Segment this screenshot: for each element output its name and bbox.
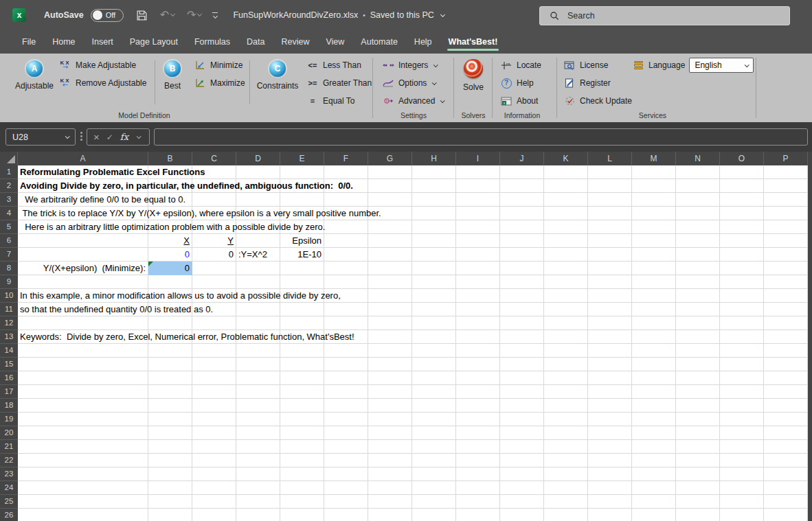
best-button[interactable]: B Best <box>150 58 194 91</box>
cell-C6[interactable]: Y <box>192 234 236 248</box>
column-header-G[interactable]: G <box>368 152 412 165</box>
enter-icon[interactable]: ✓ <box>106 132 113 142</box>
row-header-12[interactable]: 12 <box>0 316 18 330</box>
row-header-3[interactable]: 3 <box>0 193 18 207</box>
check-update-button[interactable]: Check Update <box>563 93 632 108</box>
cell-B6[interactable]: X <box>148 234 192 248</box>
language-dropdown[interactable]: English <box>689 58 754 73</box>
row-header-19[interactable]: 19 <box>0 413 18 426</box>
cell-A8[interactable]: Y/(X+epsilon) (Minimize): <box>18 262 148 275</box>
cell-C7[interactable]: 0 <box>192 248 236 262</box>
formula-bar-grip[interactable] <box>80 132 82 141</box>
tab-review[interactable]: Review <box>273 32 317 52</box>
options-button[interactable]: Options <box>382 76 436 91</box>
locate-button[interactable]: Locate <box>500 58 541 73</box>
insert-function-icon[interactable]: fx <box>120 132 128 142</box>
row-header-18[interactable]: 18 <box>0 399 18 413</box>
select-all-button[interactable] <box>0 152 18 165</box>
greater-than-button[interactable]: >= Greater Than <box>306 76 372 91</box>
row-header-8[interactable]: 8 <box>0 262 18 275</box>
cell-A10[interactable]: In this example, a minor modification al… <box>18 289 343 303</box>
tab-page-layout[interactable]: Page Layout <box>122 32 186 52</box>
column-header-F[interactable]: F <box>324 152 368 165</box>
remove-adjustable-button[interactable]: KX← Remove Adjustable <box>59 76 146 91</box>
row-header-20[interactable]: 20 <box>0 426 18 440</box>
row-header-24[interactable]: 24 <box>0 481 18 495</box>
tab-data[interactable]: Data <box>238 32 273 52</box>
undo-button[interactable]: ↶ <box>160 10 174 21</box>
formula-input[interactable] <box>154 128 808 146</box>
cell-A1[interactable]: Reformulating Problematic Excel Function… <box>18 165 207 179</box>
constraints-button[interactable]: C Constraints <box>256 58 300 91</box>
integers-button[interactable]: Integers <box>382 58 437 73</box>
cell-A11[interactable]: so that the undefined quantity 0/0 is tr… <box>18 303 216 316</box>
less-than-button[interactable]: <= Less Than <box>306 58 361 73</box>
minimize-button[interactable]: Minimize <box>194 58 243 73</box>
register-button[interactable]: Register <box>563 76 611 91</box>
row-header-11[interactable]: 11 <box>0 303 18 316</box>
column-header-O[interactable]: O <box>720 152 764 165</box>
cell-A5[interactable]: Here is an arbitrary little optimization… <box>18 220 328 234</box>
solve-button[interactable]: Solve <box>451 58 495 92</box>
quick-access-customize-button[interactable] <box>212 12 218 18</box>
row-header-25[interactable]: 25 <box>0 495 18 509</box>
column-header-E[interactable]: E <box>280 152 324 165</box>
undo-dropdown-icon[interactable] <box>170 12 175 16</box>
column-header-I[interactable]: I <box>456 152 500 165</box>
chevron-down-icon[interactable] <box>137 134 142 139</box>
row-header-17[interactable]: 17 <box>0 385 18 399</box>
column-header-L[interactable]: L <box>588 152 632 165</box>
column-header-D[interactable]: D <box>236 152 280 165</box>
cell-A13[interactable]: Keywords: Divide by zero, Excel, Numeric… <box>18 330 357 344</box>
document-title[interactable]: FunSupWorkAroundDivZero.xlsx • Saved to … <box>233 10 444 20</box>
excel-app-icon[interactable]: x <box>12 8 26 22</box>
autosave-toggle[interactable]: Off <box>91 9 124 22</box>
tab-insert[interactable]: Insert <box>84 32 122 52</box>
tab-file[interactable]: File <box>14 32 44 52</box>
tab-automate[interactable]: Automate <box>352 32 406 52</box>
save-button[interactable] <box>136 10 148 21</box>
column-header-B[interactable]: B <box>148 152 192 165</box>
row-header-6[interactable]: 6 <box>0 234 18 248</box>
cell-E7[interactable]: 1E-10 <box>280 248 324 262</box>
cell-A2[interactable]: Avoiding Divide by zero, in particular, … <box>18 179 356 193</box>
row-header-7[interactable]: 7 <box>0 248 18 262</box>
row-header-23[interactable]: 23 <box>0 467 18 481</box>
maximize-button[interactable]: Maximize <box>194 76 245 91</box>
tab-formulas[interactable]: Formulas <box>186 32 238 52</box>
make-adjustable-button[interactable]: KX→ Make Adjustable <box>59 58 136 73</box>
row-header-14[interactable]: 14 <box>0 344 18 358</box>
license-button[interactable]: License <box>563 58 608 73</box>
column-header-P[interactable]: P <box>764 152 808 165</box>
equal-to-button[interactable]: = Equal To <box>306 93 354 108</box>
row-header-4[interactable]: 4 <box>0 207 18 220</box>
cell-E6[interactable]: Epsilon <box>280 234 324 248</box>
row-header-1[interactable]: 1 <box>0 165 18 179</box>
help-button[interactable]: ? Help <box>500 76 534 91</box>
search-input[interactable]: Search <box>539 6 790 25</box>
adjustable-button[interactable]: A Adjustable <box>12 58 56 91</box>
name-box[interactable]: U28 <box>5 128 76 146</box>
grid-body[interactable]: Reformulating Problematic Excel Function… <box>18 165 812 521</box>
tab-view[interactable]: View <box>317 32 352 52</box>
tab-help[interactable]: Help <box>406 32 440 52</box>
row-header-15[interactable]: 15 <box>0 358 18 371</box>
row-header-5[interactable]: 5 <box>0 220 18 234</box>
cell-B7[interactable]: 0 <box>148 248 192 262</box>
cell-B8[interactable]: 0 <box>148 262 192 275</box>
cell-D7[interactable]: :Y=X^2 <box>236 248 270 262</box>
column-header-C[interactable]: C <box>192 152 236 165</box>
tab-home[interactable]: Home <box>44 32 83 52</box>
column-header-H[interactable]: H <box>412 152 456 165</box>
cancel-icon[interactable]: × <box>93 132 100 142</box>
row-header-9[interactable]: 9 <box>0 275 18 289</box>
tab-what-sbest-[interactable]: What'sBest! <box>440 32 506 52</box>
row-header-26[interactable]: 26 <box>0 509 18 521</box>
redo-dropdown-icon[interactable] <box>197 12 202 16</box>
row-header-13[interactable]: 13 <box>0 330 18 344</box>
column-header-A[interactable]: A <box>18 152 148 165</box>
redo-button[interactable]: ↷ <box>187 10 201 21</box>
cell-A3[interactable]: We arbitrarily define 0/0 to be equal to… <box>18 193 188 207</box>
column-header-M[interactable]: M <box>632 152 676 165</box>
about-button[interactable]: x About <box>500 93 538 108</box>
